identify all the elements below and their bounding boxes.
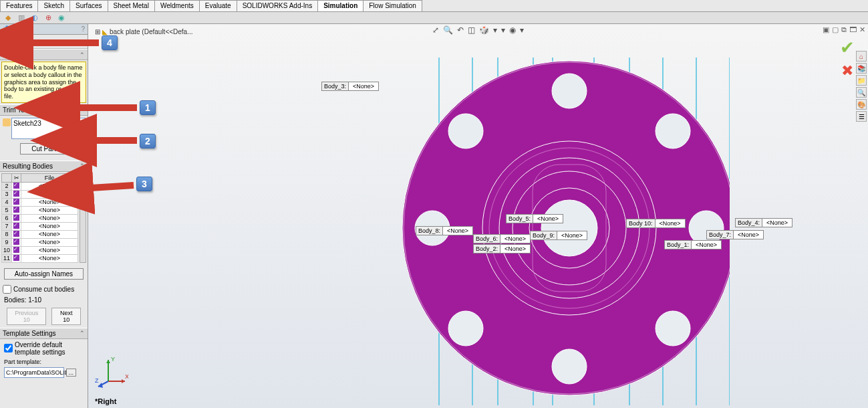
accept-icon[interactable]: ✔ <box>840 37 855 58</box>
body-checkbox <box>13 183 19 189</box>
message-text: Double-click a body file name or select … <box>1 62 86 103</box>
prev-view-icon[interactable]: ↶ <box>457 25 464 35</box>
body-checkbox <box>13 199 19 205</box>
col-index <box>2 173 12 182</box>
section-resulting-bodies[interactable]: Resulting Bodies ⌃ <box>0 161 88 172</box>
taskpane-home-icon[interactable]: ⌂ <box>856 51 867 62</box>
taskpane-properties-icon[interactable]: ☰ <box>856 111 867 122</box>
hide-show-icon[interactable]: ▾ <box>501 25 505 35</box>
consume-checkbox[interactable] <box>3 285 11 294</box>
section-trim-tools[interactable]: Trim Tools ⌃ <box>0 104 88 116</box>
table-row: 4<None> <box>2 198 78 206</box>
window-min-icon[interactable]: ▢ <box>832 25 839 34</box>
table-row: 7<None> <box>2 222 78 230</box>
tab-weldments[interactable]: Weldments <box>154 0 200 11</box>
col-check[interactable]: ✂ <box>12 173 21 182</box>
consume-label: Consume cut bodies <box>13 286 74 293</box>
view-toolbar: ⤢ 🔍 ↶ ◫ 🎲 ▾ ▾ ◉ ▾ <box>432 25 524 35</box>
taskpane-library-icon[interactable]: 📚 <box>856 63 867 74</box>
reject-icon[interactable]: ✖ <box>841 62 853 80</box>
browse-button[interactable]: ... <box>66 369 77 377</box>
zoom-area-icon[interactable]: 🔍 <box>443 25 453 35</box>
taskpane-view-icon[interactable]: 🔍 <box>856 87 867 98</box>
scene-icon[interactable]: ▾ <box>520 25 524 35</box>
tab-addins[interactable]: SOLIDWORKS Add-Ins <box>237 0 318 11</box>
zoom-fit-icon[interactable]: ⤢ <box>432 25 439 35</box>
section-view-icon[interactable]: ◫ <box>468 25 475 35</box>
section-message[interactable]: Message ⌃ <box>0 49 88 60</box>
body-callout[interactable]: Body_7:<None> <box>706 230 764 239</box>
svg-text:Z: Z <box>95 377 99 384</box>
annotation-4: 4 <box>102 35 118 50</box>
table-row: 6<None> <box>2 214 78 222</box>
body-callout[interactable]: Body_1:<None> <box>664 240 722 249</box>
tab-flow-simulation[interactable]: Flow Simulation <box>363 0 422 11</box>
svg-point-18 <box>656 114 690 148</box>
view-orient-icon[interactable]: 🎲 <box>479 25 489 35</box>
tab-sheet-metal[interactable]: Sheet Metal <box>108 0 155 11</box>
svg-text:X: X <box>125 373 128 380</box>
chevron-icon: ⌃ <box>80 106 85 113</box>
fm-icon-4[interactable]: ⊕ <box>43 13 53 23</box>
confirm-ok-icon[interactable]: ✔ <box>3 36 11 47</box>
tab-simulation[interactable]: Simulation <box>317 0 364 11</box>
window-controls: ▣ ▢ ⧉ 🗖 ✕ <box>823 25 865 34</box>
display-style-icon[interactable]: ▾ <box>493 25 497 35</box>
body-callout[interactable]: Body 10:<None> <box>626 219 686 228</box>
svg-marker-31 <box>106 360 110 363</box>
tab-evaluate[interactable]: Evaluate <box>199 0 237 11</box>
auto-assign-button[interactable]: Auto-assign Names <box>4 268 84 280</box>
trim-selection-box[interactable]: Sketch23 <box>11 118 86 139</box>
taskpane-explorer-icon[interactable]: 📁 <box>856 75 867 86</box>
appearance-icon[interactable]: ◉ <box>509 25 516 35</box>
window-max-icon[interactable]: 🗖 <box>849 25 857 34</box>
taskpane-appearance-icon[interactable]: 🎨 <box>856 99 867 110</box>
help-icon[interactable]: ? <box>81 25 85 33</box>
fm-icon-5[interactable]: ◉ <box>56 13 67 23</box>
bodies-table[interactable]: ✂ File 2<None> 3<None> 4<None> 5<None> 6… <box>1 173 78 263</box>
window-restore-icon[interactable]: ▣ <box>823 25 829 34</box>
col-file: File <box>21 173 78 182</box>
graphics-viewport[interactable]: ⊞ ◣ back plate (Default<<Defa... ⤢ 🔍 ↶ ◫… <box>88 24 868 408</box>
fm-icon-2[interactable]: ▥ <box>16 13 27 23</box>
chevron-icon: ⌃ <box>80 330 85 336</box>
window-close-icon[interactable]: ✕ <box>859 25 865 34</box>
scrollbar[interactable] <box>80 173 86 263</box>
table-row: 3<None> <box>2 190 78 198</box>
part-template-label: Part template: <box>4 359 84 365</box>
svg-point-17 <box>552 74 587 108</box>
body-callout[interactable]: Body_5:<None> <box>506 214 563 223</box>
tab-features[interactable]: Features <box>0 0 38 11</box>
body-callout[interactable]: Body_9:<None> <box>530 231 587 240</box>
section-template[interactable]: Template Settings ⌃ <box>0 328 88 339</box>
next-button[interactable]: Next 10 <box>51 308 81 325</box>
cut-part-button[interactable]: Cut Part <box>20 143 67 155</box>
command-tabs: Features Sketch Surfaces Sheet Metal Wel… <box>0 0 868 12</box>
breadcrumb[interactable]: ⊞ ◣ back plate (Default<<Defa... <box>95 28 193 35</box>
tab-sketch[interactable]: Sketch <box>37 0 70 11</box>
feature-title: Split1 <box>13 25 29 33</box>
body-callout[interactable]: Body_4:<None> <box>735 218 792 227</box>
body-checkbox <box>13 223 19 229</box>
confirm-cancel-icon[interactable]: ✖ <box>13 36 21 47</box>
svg-point-21 <box>552 349 587 384</box>
body-callout[interactable]: Body_6:<None> <box>473 234 531 243</box>
annotation-3: 3 <box>136 177 152 191</box>
fm-icon-3[interactable]: ◐ <box>29 13 40 23</box>
feature-title-bar: 🔷 Split1 ? <box>0 24 88 35</box>
table-row: 2<None> <box>2 182 78 190</box>
body-callout[interactable]: Body_2:<None> <box>473 244 531 253</box>
template-path-field[interactable]: C:\ProgramData\SOLID\ <box>4 367 64 378</box>
body-callout[interactable]: Body_8:<None> <box>416 226 473 235</box>
override-label: Override default template settings <box>15 341 84 356</box>
svg-point-22 <box>448 311 483 346</box>
window-tile-icon[interactable]: ⧉ <box>841 25 847 34</box>
fm-icon-1[interactable]: ◆ <box>3 13 13 23</box>
body-checkbox <box>13 207 19 213</box>
orientation-triad[interactable]: X Y Z <box>95 354 128 388</box>
body-callout[interactable]: Body_3:<None> <box>321 82 379 91</box>
override-checkbox[interactable] <box>4 344 13 352</box>
tab-surfaces[interactable]: Surfaces <box>69 0 108 11</box>
tree-expand-icon[interactable]: ⊞ <box>95 28 100 35</box>
body-checkbox <box>13 191 19 197</box>
